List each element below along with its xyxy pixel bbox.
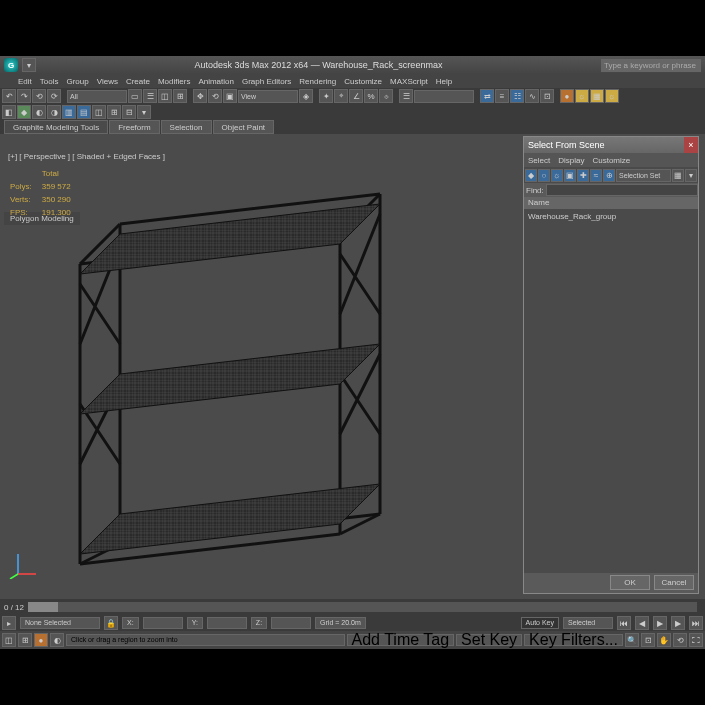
menu-grapheditors[interactable]: Graph Editors — [242, 77, 291, 86]
schematic-button[interactable]: ⊡ — [540, 89, 554, 103]
window-crossing-button[interactable]: ⊞ — [173, 89, 187, 103]
tool-a[interactable]: ◧ — [2, 105, 16, 119]
help-search-input[interactable]: Type a keyword or phrase — [601, 59, 701, 72]
tool-j[interactable]: ▾ — [137, 105, 151, 119]
tab-objectpaint[interactable]: Object Paint — [213, 120, 275, 134]
filter-shapes-icon[interactable]: ○ — [538, 169, 550, 182]
spinner-snap-button[interactable]: ⟐ — [379, 89, 393, 103]
pan-button[interactable]: ✋ — [657, 633, 671, 647]
play-start-button[interactable]: ⏮ — [617, 616, 631, 630]
nav-b-button[interactable]: ⊞ — [18, 633, 32, 647]
setkey-button[interactable]: Set Key — [456, 634, 522, 646]
menu-tools[interactable]: Tools — [40, 77, 59, 86]
select-name-button[interactable]: ☰ — [143, 89, 157, 103]
menu-views[interactable]: Views — [97, 77, 118, 86]
dialog-menu-select[interactable]: Select — [528, 156, 550, 165]
menu-rendering[interactable]: Rendering — [299, 77, 336, 86]
layers-button[interactable]: ☷ — [510, 89, 524, 103]
keymode-dropdown[interactable]: Selected — [563, 617, 613, 629]
filter-lights-icon[interactable]: ☼ — [551, 169, 563, 182]
menu-edit[interactable]: Edit — [18, 77, 32, 86]
autokey-button[interactable]: Auto Key — [521, 617, 559, 629]
menu-create[interactable]: Create — [126, 77, 150, 86]
material-editor-button[interactable]: ● — [560, 89, 574, 103]
maxscript-mini-button[interactable]: ▸ — [2, 616, 16, 630]
scene-object-list[interactable]: Warehouse_Rack_group — [524, 209, 698, 573]
angle-snap-button[interactable]: ∠ — [349, 89, 363, 103]
tab-graphite[interactable]: Graphite Modeling Tools — [4, 120, 108, 134]
unlink-button[interactable]: ⟳ — [47, 89, 61, 103]
tool-e[interactable]: ▥ — [62, 105, 76, 119]
list-item[interactable]: Warehouse_Rack_group — [526, 211, 696, 222]
keyfilters-button[interactable]: Key Filters... — [524, 634, 623, 646]
named-selset-button[interactable]: ☰ — [399, 89, 413, 103]
render-button[interactable]: ☼ — [605, 89, 619, 103]
qat-button[interactable]: ▾ — [22, 58, 36, 72]
maximize-viewport-button[interactable]: ⛶ — [689, 633, 703, 647]
play-next-button[interactable]: ▶ — [671, 616, 685, 630]
filter-spacewarps-icon[interactable]: ≈ — [590, 169, 602, 182]
menu-maxscript[interactable]: MAXScript — [390, 77, 428, 86]
tool-f[interactable]: ▤ — [77, 105, 91, 119]
menu-animation[interactable]: Animation — [198, 77, 234, 86]
render-setup-button[interactable]: ☼ — [575, 89, 589, 103]
zoom-all-button[interactable]: ⊡ — [641, 633, 655, 647]
play-button[interactable]: ▶ — [653, 616, 667, 630]
dialog-close-button[interactable]: × — [684, 137, 698, 153]
align-button[interactable]: ≡ — [495, 89, 509, 103]
y-coord-input[interactable] — [207, 617, 247, 629]
name-column-header[interactable]: Name — [524, 197, 698, 209]
play-end-button[interactable]: ⏭ — [689, 616, 703, 630]
menu-group[interactable]: Group — [66, 77, 88, 86]
redo-button[interactable]: ↷ — [17, 89, 31, 103]
filter-helpers-icon[interactable]: ✚ — [577, 169, 589, 182]
render-frame-button[interactable]: ▦ — [590, 89, 604, 103]
percent-snap-button[interactable]: % — [364, 89, 378, 103]
lock-selection-button[interactable]: 🔒 — [104, 616, 118, 630]
selection-set-dropdown[interactable]: Selection Set — [616, 169, 671, 182]
scale-button[interactable]: ▣ — [223, 89, 237, 103]
move-button[interactable]: ✥ — [193, 89, 207, 103]
cancel-button[interactable]: Cancel — [654, 575, 694, 590]
named-selset-dropdown[interactable] — [414, 90, 474, 103]
rotate-button[interactable]: ⟲ — [208, 89, 222, 103]
undo-button[interactable]: ↶ — [2, 89, 16, 103]
refcoord-dropdown[interactable]: View — [238, 90, 298, 103]
find-input[interactable] — [546, 184, 698, 196]
manipulate-button[interactable]: ✦ — [319, 89, 333, 103]
select-region-button[interactable]: ◫ — [158, 89, 172, 103]
filter-cameras-icon[interactable]: ▣ — [564, 169, 576, 182]
tab-freeform[interactable]: Freeform — [109, 120, 159, 134]
dialog-tool-b[interactable]: ▾ — [685, 169, 697, 182]
mirror-button[interactable]: ⇄ — [480, 89, 494, 103]
menu-help[interactable]: Help — [436, 77, 452, 86]
filter-geometry-icon[interactable]: ◆ — [525, 169, 537, 182]
dialog-menu-customize[interactable]: Customize — [592, 156, 630, 165]
tool-d[interactable]: ◑ — [47, 105, 61, 119]
dialog-titlebar[interactable]: Select From Scene × — [524, 137, 698, 153]
tool-i[interactable]: ⊟ — [122, 105, 136, 119]
dialog-tool-a[interactable]: ▦ — [672, 169, 684, 182]
tool-h[interactable]: ⊞ — [107, 105, 121, 119]
nav-c-button[interactable]: ● — [34, 633, 48, 647]
curve-editor-button[interactable]: ∿ — [525, 89, 539, 103]
pivot-button[interactable]: ◈ — [299, 89, 313, 103]
zoom-button[interactable]: 🔍 — [625, 633, 639, 647]
nav-d-button[interactable]: ◐ — [50, 633, 64, 647]
z-coord-input[interactable] — [271, 617, 311, 629]
tab-selection[interactable]: Selection — [161, 120, 212, 134]
x-coord-input[interactable] — [143, 617, 183, 629]
nav-a-button[interactable]: ◫ — [2, 633, 16, 647]
link-button[interactable]: ⟲ — [32, 89, 46, 103]
tool-b[interactable]: ◆ — [17, 105, 31, 119]
play-prev-button[interactable]: ◀ — [635, 616, 649, 630]
tool-c[interactable]: ◐ — [32, 105, 46, 119]
dialog-menu-display[interactable]: Display — [558, 156, 584, 165]
tool-g[interactable]: ◫ — [92, 105, 106, 119]
filter-bone-icon[interactable]: ⊕ — [603, 169, 615, 182]
viewport-label[interactable]: [+] [ Perspective ] [ Shaded + Edged Fac… — [8, 152, 165, 161]
orbit-button[interactable]: ⟲ — [673, 633, 687, 647]
menu-customize[interactable]: Customize — [344, 77, 382, 86]
time-tag-button[interactable]: Add Time Tag — [347, 634, 455, 646]
snap-toggle-button[interactable]: ⌖ — [334, 89, 348, 103]
